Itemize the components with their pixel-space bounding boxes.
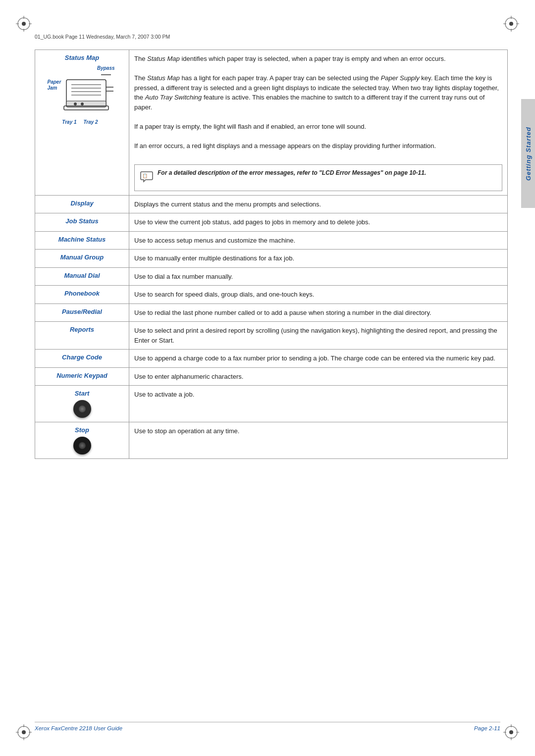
status-map-label: Status Map Bypass PaperJam [35,50,129,196]
manual-dial-description: Use to dial a fax number manually. [129,267,508,286]
pause-redial-label: Pause/Redial [35,303,129,322]
table-row-phonebook: Phonebook Use to search for speed dials,… [35,286,508,304]
svg-text:📋: 📋 [142,173,148,179]
tray2-label: Tray 2 [83,119,98,125]
charge-code-description: Use to append a charge code to a fax num… [129,350,508,368]
side-tab-getting-started: Getting Started [521,99,535,208]
table-row-start: Start Use to activate a job. [35,386,508,422]
svg-point-7 [509,22,513,26]
status-map-description: The Status Map identifies which paper tr… [129,50,508,196]
table-row-manual-dial: Manual Dial Use to dial a fax number man… [35,267,508,286]
status-map-text3: If a paper tray is empty, the light will… [134,122,502,132]
numeric-keypad-description: Use to enter alphanumeric characters. [129,367,508,386]
numeric-keypad-label: Numeric Keypad [35,367,129,386]
phonebook-description: Use to search for speed dials, group dia… [129,286,508,304]
table-row-status-map: Status Map Bypass PaperJam [35,50,508,196]
svg-point-32 [74,102,77,105]
footer: Xerox FaxCentre 2218 User Guide Page 2-1… [35,722,500,731]
note-icon: 📋 [140,169,154,187]
printer-diagram-svg [56,72,116,117]
corner-mark-tl [15,15,33,33]
paper-jam-label: PaperJam [48,79,61,91]
corner-mark-tr [502,15,520,33]
svg-point-19 [509,730,513,734]
reports-label: Reports [35,322,129,350]
table-row-pause-redial: Pause/Redial Use to redial the last phon… [35,303,508,322]
table-row-manual-group: Manual Group Use to manually enter multi… [35,250,508,268]
pause-redial-description: Use to redial the last phone number call… [129,303,508,322]
start-button-image [73,400,91,418]
status-map-text2: The Status Map has a light for each pape… [134,73,502,112]
header-line: 01_UG.book Page 11 Wednesday, March 7, 2… [35,34,500,40]
charge-code-label: Charge Code [35,350,129,368]
display-description: Displays the current status and the menu… [129,195,508,213]
corner-mark-br [502,723,520,741]
job-status-description: Use to view the current job status, add … [129,213,508,232]
manual-group-label: Manual Group [35,250,129,268]
stop-button-image [73,437,91,454]
svg-point-33 [81,102,84,105]
table-row-numeric-keypad: Numeric Keypad Use to enter alphanumeric… [35,367,508,386]
machine-status-description: Use to access setup menus and customize … [129,231,508,250]
start-description: Use to activate a job. [129,386,508,422]
job-status-label: Job Status [35,213,129,232]
note-box: 📋 For a detailed description of the erro… [134,164,502,191]
phonebook-label: Phonebook [35,286,129,304]
table-row-machine-status: Machine Status Use to access setup menus… [35,231,508,250]
status-map-text1: The Status Map identifies which paper tr… [134,54,502,64]
status-map-text4: If an error occurs, a red light displays… [134,141,502,151]
svg-point-13 [22,730,26,734]
svg-point-1 [22,22,26,26]
manual-dial-label: Manual Dial [35,267,129,286]
status-map-diagram: Bypass PaperJam [40,65,124,125]
stop-description: Use to stop an operation at any time. [129,422,508,459]
table-row-reports: Reports Use to select and print a desire… [35,322,508,350]
table-row-stop: Stop Use to stop an operation at any tim… [35,422,508,459]
table-row-display: Display Displays the current status and … [35,195,508,213]
start-label: Start [35,386,129,422]
bypass-label: Bypass [97,65,115,71]
reports-description: Use to select and print a desired report… [129,322,508,350]
manual-group-description: Use to manually enter multiple destinati… [129,250,508,268]
footer-left: Xerox FaxCentre 2218 User Guide [35,725,122,731]
machine-status-label: Machine Status [35,231,129,250]
table-row-job-status: Job Status Use to view the current job s… [35,213,508,232]
tray1-label: Tray 1 [62,119,76,125]
note-text: For a detailed description of the error … [158,169,426,177]
table-row-charge-code: Charge Code Use to append a charge code … [35,350,508,368]
display-label: Display [35,195,129,213]
features-table: Status Map Bypass PaperJam [35,50,508,459]
stop-label: Stop [35,422,129,459]
footer-right: Page 2-11 [474,725,500,731]
corner-mark-bl [15,723,33,741]
main-content: Status Map Bypass PaperJam [35,50,508,711]
